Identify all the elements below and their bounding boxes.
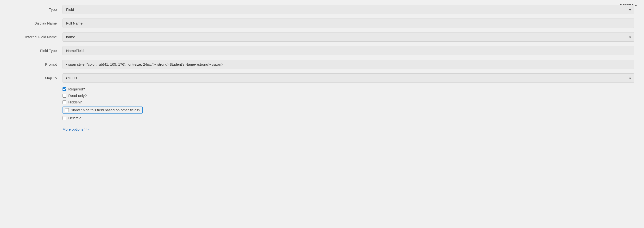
field-type-field[interactable]: NameField <box>62 46 634 55</box>
prompt-row: Prompt <box>10 60 634 69</box>
prompt-label: Prompt <box>10 62 62 66</box>
prompt-wrapper <box>62 60 634 69</box>
map-to-row: Map To CHILD ▾ <box>10 73 634 83</box>
checkboxes-section: Required? Read-only? Hidden? Show / hide… <box>62 87 634 120</box>
required-checkbox[interactable] <box>62 87 66 91</box>
required-label[interactable]: Required? <box>68 87 85 91</box>
map-to-field[interactable]: CHILD <box>62 73 634 83</box>
actions-chevron-icon: ▾ <box>635 4 637 8</box>
delete-label[interactable]: Delete? <box>68 116 81 120</box>
display-name-input[interactable] <box>62 18 634 28</box>
display-name-label: Display Name <box>10 21 62 25</box>
show-hide-label[interactable]: Show / hide this field based on other fi… <box>71 108 140 112</box>
internal-field-name-wrapper: name ▾ <box>62 32 634 42</box>
display-name-wrapper <box>62 18 634 28</box>
readonly-checkbox[interactable] <box>62 94 66 98</box>
type-row: Type Field ▾ <box>10 5 634 14</box>
internal-field-name-label: Internal Field Name <box>10 35 62 39</box>
internal-field-name-row: Internal Field Name name ▾ <box>10 32 634 42</box>
map-to-label: Map To <box>10 76 62 80</box>
show-hide-highlight: Show / hide this field based on other fi… <box>62 106 142 114</box>
hidden-label[interactable]: Hidden? <box>68 100 82 104</box>
delete-checkbox[interactable] <box>62 116 66 120</box>
internal-field-name-field[interactable]: name <box>62 32 634 42</box>
field-type-label: Field Type <box>10 48 62 53</box>
type-wrapper: Field ▾ <box>62 5 634 14</box>
hidden-checkbox[interactable] <box>62 100 66 104</box>
page-container: Actions ▾ Type Field ▾ Display Name Inte… <box>0 0 644 228</box>
readonly-row: Read-only? <box>62 94 634 98</box>
display-name-row: Display Name <box>10 18 634 28</box>
readonly-label[interactable]: Read-only? <box>68 94 87 98</box>
more-options-link[interactable]: More options >> <box>62 127 88 131</box>
required-row: Required? <box>62 87 634 91</box>
field-type-wrapper: NameField <box>62 46 634 55</box>
show-hide-checkbox[interactable] <box>65 108 69 112</box>
field-type-row: Field Type NameField <box>10 46 634 55</box>
show-hide-row: Show / hide this field based on other fi… <box>62 106 634 114</box>
hidden-row: Hidden? <box>62 100 634 104</box>
type-label: Type <box>10 8 62 12</box>
prompt-input[interactable] <box>62 60 634 69</box>
type-field[interactable]: Field <box>62 5 634 14</box>
delete-row: Delete? <box>62 116 634 120</box>
map-to-wrapper: CHILD ▾ <box>62 73 634 83</box>
